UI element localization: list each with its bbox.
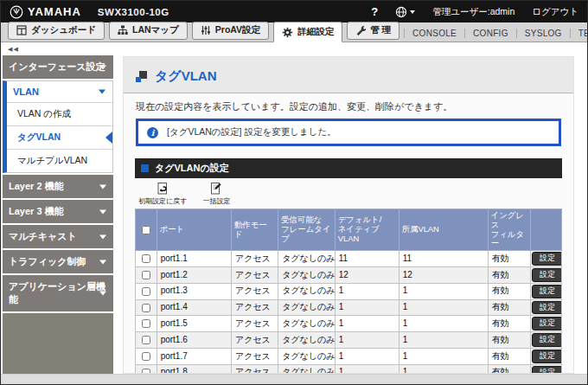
section-header: タグVLANの設定 bbox=[135, 158, 562, 178]
sidebar-item-tag-vlan[interactable]: タグVLAN bbox=[7, 125, 112, 149]
config-link[interactable]: CONFIG bbox=[464, 29, 516, 38]
sidebar-item-interface-settings[interactable]: インターフェース設定 bbox=[3, 55, 113, 79]
sidebar-item-vlan[interactable]: VLAN bbox=[7, 81, 112, 102]
tab-lan-map[interactable]: LANマップ bbox=[109, 22, 188, 40]
row-checkbox[interactable] bbox=[142, 287, 150, 296]
port-name: port1.1 bbox=[157, 251, 231, 267]
member-vlan: 1 bbox=[399, 299, 488, 316]
lan-map-icon bbox=[118, 25, 128, 35]
member-vlan: 1 bbox=[399, 332, 488, 349]
sidebar-item-label: インターフェース設定 bbox=[9, 61, 105, 72]
member-vlan: 1 bbox=[399, 364, 488, 374]
console-link[interactable]: CONSOLE bbox=[404, 29, 464, 38]
col-header-frame-type: 受信可能な フレームタイプ bbox=[278, 209, 336, 251]
row-checkbox[interactable] bbox=[142, 336, 150, 344]
port-name: port1.3 bbox=[157, 283, 231, 299]
sliders-icon bbox=[201, 25, 211, 35]
tab-proav-settings[interactable]: ProAV設定 bbox=[192, 22, 269, 40]
model-name: SWX3100-10G bbox=[98, 7, 169, 17]
sidebar-item-vlan-create[interactable]: VLAN の作成 bbox=[7, 102, 112, 125]
sidebar-item-label: トラフィック制御 bbox=[9, 256, 86, 266]
settings-cell: 設定 bbox=[530, 299, 561, 316]
operation-mode: アクセス bbox=[231, 349, 278, 365]
restore-defaults-button[interactable]: 初期設定に戻す bbox=[138, 182, 187, 206]
col-header-ingress-filter: イングレス フィルター bbox=[488, 209, 530, 251]
default-native-vlan: 1 bbox=[335, 283, 399, 299]
language-globe-button[interactable] bbox=[395, 6, 415, 18]
ingress-filter: 有効 bbox=[488, 349, 530, 365]
page-title-band: タグVLAN bbox=[124, 57, 573, 93]
table-row: port1.6アクセスタグなしのみ11有効設定 bbox=[136, 332, 562, 349]
chevron-down-icon bbox=[99, 90, 105, 94]
brand: YAMAHA SWX3100-10G bbox=[10, 5, 169, 19]
row-checkbox[interactable] bbox=[142, 254, 150, 263]
col-header-port: ポート bbox=[157, 209, 231, 251]
tab-label: 管 理 bbox=[370, 24, 391, 36]
row-settings-button[interactable]: 設定 bbox=[532, 350, 562, 363]
sidebar-filler bbox=[3, 313, 113, 374]
row-settings-button[interactable]: 設定 bbox=[532, 285, 562, 298]
restore-defaults-icon bbox=[156, 182, 169, 196]
port-name: port1.2 bbox=[157, 267, 231, 284]
tab-management[interactable]: 管 理 bbox=[347, 22, 399, 40]
sidebar-item-application-layer[interactable]: アプリケーション層機能 bbox=[3, 275, 113, 311]
operation-mode: アクセス bbox=[231, 364, 278, 374]
row-settings-button[interactable]: 設定 bbox=[532, 252, 562, 266]
content-region: ◀◀ インターフェース設定 VLAN VLAN の作成 タグVLAN マルチプル… bbox=[1, 42, 587, 374]
dashboard-icon bbox=[16, 25, 27, 35]
table-row: port1.3アクセスタグなしのみ11有効設定 bbox=[136, 283, 562, 299]
sidebar-item-multiple-vlan[interactable]: マルチプルVLAN bbox=[7, 149, 112, 172]
member-vlan: 1 bbox=[399, 349, 488, 365]
row-settings-button[interactable]: 設定 bbox=[532, 333, 562, 347]
tab-label: LANマップ bbox=[132, 24, 179, 36]
col-header-default-vlan: デフォルト/ ネイティブVLAN bbox=[335, 209, 399, 251]
row-checkbox[interactable] bbox=[142, 304, 150, 312]
ingress-filter: 有効 bbox=[488, 364, 530, 374]
sidebar-item-layer2[interactable]: Layer 2 機能 bbox=[3, 175, 113, 198]
row-checkbox[interactable] bbox=[142, 352, 150, 361]
bulk-settings-button[interactable]: 一括設定 bbox=[202, 182, 230, 206]
page-title: タグVLAN bbox=[155, 68, 217, 85]
row-settings-button[interactable]: 設定 bbox=[532, 268, 562, 282]
row-checkbox[interactable] bbox=[142, 271, 150, 279]
operation-mode: アクセス bbox=[231, 267, 278, 284]
select-all-checkbox[interactable] bbox=[142, 226, 150, 234]
frame-type: タグなしのみ bbox=[278, 299, 336, 316]
logout-link[interactable]: ログアウト bbox=[532, 6, 578, 18]
default-native-vlan: 1 bbox=[335, 349, 399, 365]
chevron-down-icon bbox=[410, 10, 415, 14]
syslog-link[interactable]: SYSLOG bbox=[516, 29, 570, 38]
sidebar-item-traffic-control[interactable]: トラフィック制御 bbox=[3, 250, 113, 273]
settings-cell: 設定 bbox=[530, 251, 561, 267]
col-header-member-vlan: 所属VLAN bbox=[399, 209, 488, 251]
chevron-down-icon bbox=[99, 184, 106, 189]
bulk-edit-icon bbox=[209, 182, 223, 196]
default-native-vlan: 11 bbox=[335, 251, 399, 267]
operation-mode: アクセス bbox=[231, 316, 278, 332]
default-native-vlan: 1 bbox=[335, 299, 399, 316]
row-checkbox-cell bbox=[136, 316, 157, 332]
tab-dashboard[interactable]: ダッシュボード bbox=[8, 22, 105, 40]
techinfo-link[interactable]: TECHINFO bbox=[570, 29, 588, 38]
row-checkbox[interactable] bbox=[142, 319, 150, 328]
port-name: port1.4 bbox=[157, 299, 231, 316]
main-panel: タグVLAN 現在の設定内容を表示しています。設定の追加、変更、削除ができます。… bbox=[123, 56, 574, 374]
help-button[interactable]: ? bbox=[371, 5, 378, 18]
row-settings-button[interactable]: 設定 bbox=[532, 366, 562, 374]
default-native-vlan: 1 bbox=[335, 332, 399, 349]
frame-type: タグなしのみ bbox=[278, 251, 336, 267]
row-settings-button[interactable]: 設定 bbox=[532, 317, 562, 330]
sidebar-item-multicast[interactable]: マルチキャスト bbox=[3, 225, 113, 248]
collapse-sidebar-icon[interactable]: ◀◀ bbox=[3, 43, 113, 55]
sidebar-item-layer3[interactable]: Layer 3 機能 bbox=[3, 200, 113, 223]
tab-detailed-settings[interactable]: 詳細設定 bbox=[273, 22, 342, 42]
ingress-filter: 有効 bbox=[488, 251, 530, 267]
settings-cell: 設定 bbox=[530, 267, 561, 284]
port-name: port1.5 bbox=[157, 316, 231, 332]
top-bar-right: ? 管理ユーザー:admin ログアウト bbox=[371, 5, 578, 18]
row-checkbox-cell bbox=[136, 267, 157, 284]
row-checkbox-cell bbox=[136, 283, 157, 299]
row-settings-button[interactable]: 設定 bbox=[532, 301, 562, 315]
table-toolbar: 初期設定に戻す 一括設定 bbox=[135, 178, 562, 209]
default-native-vlan: 12 bbox=[335, 267, 399, 284]
